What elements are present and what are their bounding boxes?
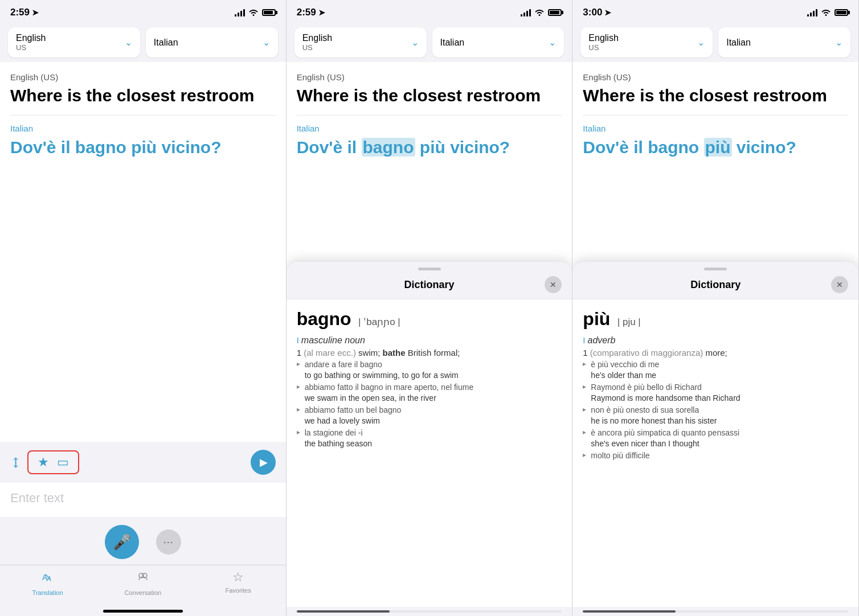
mic-btn-1[interactable]: 🎤 [105,525,139,559]
input-placeholder-1[interactable]: Enter text [10,491,276,506]
target-text-2: Dov'è il bagno più vicino? [297,137,562,158]
source-label-2: English (US) [297,72,562,82]
more-btn-1[interactable]: ··· [156,529,181,555]
battery-icon-3 [835,9,848,16]
tab-favorites-label-1: Favorites [225,587,251,594]
dict-example-3-4: è ancora più simpatica di quanto pensass… [583,428,848,437]
more-icon-1: ··· [163,536,174,548]
signal-icon-2 [521,9,531,17]
signal-icon-3 [807,9,817,17]
source-text-1: Where is the closest restroom [10,85,276,106]
dict-word-3: più [583,309,610,329]
status-bar-1: 2:59 ➤ [0,0,286,23]
status-icons-1 [235,8,276,18]
dict-word-2: bagno [297,309,351,329]
dict-title-2: Dictionary [314,279,545,291]
location-icon-2: ➤ [318,8,325,17]
dict-pos-3: Iadverb [583,335,848,346]
target-label-2: Italian [297,124,562,133]
divider-2 [297,115,562,116]
lang-bar-3: English US ⌄ Italian ⌄ [572,23,858,62]
resize-icon-1[interactable]: ⤡ [6,453,26,472]
source-label-1: English (US) [10,72,276,82]
flashcard-icon-1[interactable]: ▭ [54,455,72,470]
target-lang-btn-2[interactable]: Italian ⌄ [432,27,565,58]
dict-word-row-3: più | pju | [583,309,848,330]
highlight-piu[interactable]: più [704,138,732,157]
tab-conversation-label-1: Conversation [124,589,161,596]
source-text-3: Where is the closest restroom [583,85,848,106]
dict-example-2-3: abbiamo fatto un bel bagno [297,405,562,414]
dict-trans-2-1: to go bathing or swimming, to go for a s… [297,371,562,380]
dict-header-2: Dictionary ✕ [287,274,572,299]
source-label-3: English (US) [583,72,848,82]
dict-example-3-2: Raymond è più bello di Richard [583,383,848,392]
tab-favorites-1[interactable]: ☆ Favorites [190,570,285,596]
dict-close-btn-3[interactable]: ✕ [831,276,848,293]
dict-phonetic-3: | pju | [617,317,641,327]
scroll-progress-3 [583,610,848,613]
dict-phonetic-2: | ˈbaɲɲo | [358,317,400,327]
dict-trans-2-3: we had a lovely swim [297,416,562,425]
screen-1: 2:59 ➤ English US ⌄ [0,0,287,616]
dict-title-3: Dictionary [600,279,831,291]
toolbar-left-1: ⤡ ★ ▭ [10,450,79,474]
status-bar-3: 3:00 ➤ [572,0,858,23]
source-text-2: Where is the closest restroom [297,85,562,106]
source-lang-btn-1[interactable]: English US ⌄ [8,27,140,58]
source-lang-btn-3[interactable]: English US ⌄ [580,27,713,58]
target-lang-btn-3[interactable]: Italian ⌄ [718,27,850,58]
dict-trans-3-3: he is no more honest than his sister [583,416,848,425]
home-indicator-1 [103,610,183,613]
input-area-1: Enter text [0,483,286,517]
target-lang-chevron-1: ⌄ [263,37,270,48]
divider-3 [583,115,848,116]
lang-bar-2: English US ⌄ Italian ⌄ [287,23,572,62]
dict-trans-3-1: he's older than me [583,371,848,380]
icon-group-1: ★ ▭ [27,450,79,474]
dict-close-btn-2[interactable]: ✕ [545,276,562,293]
dict-example-2-2: abbiamo fatto il bagno in mare aperto, n… [297,383,562,392]
dict-sheet-3: Dictionary ✕ più | pju | Iadverb 1 (comp… [572,262,858,616]
wifi-icon-3 [821,8,831,18]
source-lang-chevron-1: ⌄ [125,37,132,48]
dict-content-3: più | pju | Iadverb 1 (comparativo di ma… [572,299,858,607]
dict-example-2-4: la stagione dei -i [297,428,562,437]
bottom-controls-1: 🎤 ··· [0,517,286,565]
dict-trans-2-2: we swam in the open sea, in the river [297,393,562,403]
highlight-bagno[interactable]: bagno [362,138,415,157]
battery-icon-2 [548,9,562,16]
tab-bar-1: A A Translation Conversation ☆ Favorites [0,565,286,607]
favorite-icon-1[interactable]: ★ [34,455,52,470]
play-btn-1[interactable]: ▶ [251,450,276,475]
target-label-3: Italian [583,124,848,133]
dict-sense-num-3: 1 (comparativo di maggioranza) more; [583,348,848,358]
target-lang-btn-1[interactable]: Italian ⌄ [146,27,278,58]
status-time-2: 2:59 ➤ [297,7,325,18]
sheet-handle-2 [418,268,441,270]
sheet-handle-row-2 [287,262,572,274]
status-time-3: 3:00 ➤ [583,7,611,18]
wifi-icon-2 [534,8,545,18]
dict-trans-2-4: the bathing season [297,439,562,448]
tab-translation-1[interactable]: A A Translation [0,570,95,596]
source-lang-btn-2[interactable]: English US ⌄ [294,27,427,58]
close-icon-2: ✕ [550,280,557,289]
dict-content-2: bagno | ˈbaɲɲo | Imasculine noun 1 (al m… [287,299,572,607]
star-icon-tab-1: ☆ [232,570,244,585]
dict-trans-3-4: she's even nicer than I thought [583,439,848,448]
screen-3: 3:00 ➤ English US ⌄ [572,0,859,616]
battery-icon-1 [262,9,276,16]
conversation-icon-1 [136,570,150,587]
status-time-1: 2:59 ➤ [10,7,39,18]
target-text-1: Dov'è il bagno più vicino? [10,137,276,158]
tab-translation-label-1: Translation [32,589,63,596]
translate-icon-1: A A [41,570,55,587]
dict-example-3-1: è più vecchio di me [583,360,848,369]
target-lang-chevron-2: ⌄ [549,37,556,48]
mic-icon-1: 🎤 [113,533,131,551]
translation-area-1: English (US) Where is the closest restro… [0,62,286,442]
dict-sense-num-2: 1 (al mare ecc.) swim; bathe British for… [297,348,562,358]
tab-conversation-1[interactable]: Conversation [95,570,190,596]
divider-1 [10,115,276,116]
